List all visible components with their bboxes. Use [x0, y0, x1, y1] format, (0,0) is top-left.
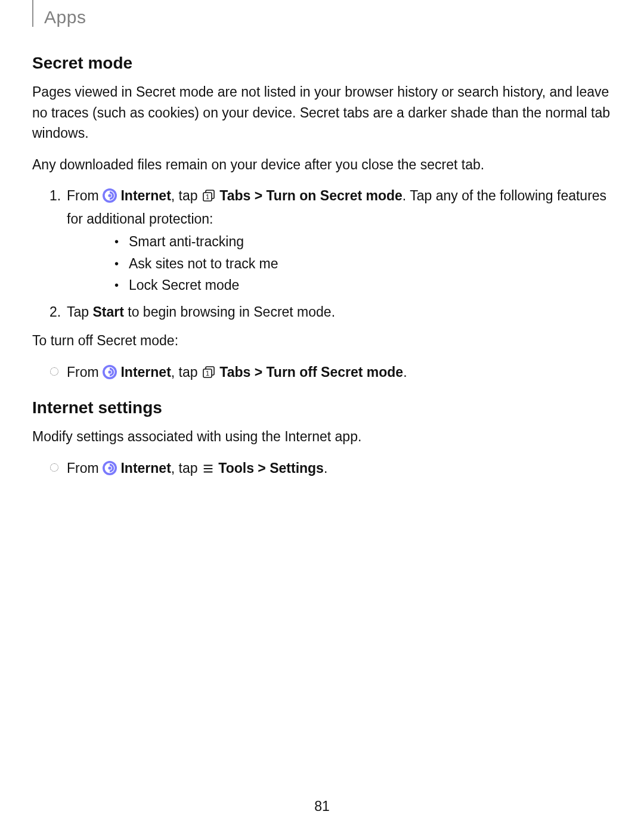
tabs-icon [202, 364, 216, 385]
internet-icon [103, 364, 117, 385]
internet-icon [103, 188, 117, 209]
off-step-internet-label: Internet [120, 364, 171, 380]
tabs-icon [202, 188, 216, 209]
step-2-text-tap: Tap [67, 304, 92, 320]
step-1-tabs-path: Tabs > Turn on Secret mode [219, 188, 402, 203]
breadcrumb: Apps [44, 4, 86, 30]
settings-step-comma-tap: , tap [171, 460, 202, 476]
secret-mode-features: Smart anti-tracking Ask sites not to tra… [67, 231, 612, 296]
text: Tools > Settings [218, 460, 324, 476]
step-1-comma-tap: , tap [171, 188, 202, 203]
feature-item: Smart anti-tracking [67, 231, 612, 252]
settings-step: From Internet, tap Tools > Settings. [32, 458, 612, 481]
off-step-tabs-path: Tabs > Turn off Secret mode [219, 364, 403, 380]
heading-internet-settings: Internet settings [32, 395, 612, 420]
secret-mode-paragraph-1: Pages viewed in Secret mode are not list… [32, 82, 612, 144]
off-step: From Internet, tap Tabs > Turn off Secre… [32, 362, 612, 385]
secret-mode-steps: 1. From Internet, tap Tabs > Turn on Sec… [32, 185, 612, 322]
text: Internet [120, 460, 171, 476]
off-step-period: . [403, 364, 407, 380]
internet-icon [103, 460, 117, 481]
text: Internet [120, 188, 171, 203]
step-number: 2. [49, 302, 61, 323]
settings-step-internet-label: Internet [120, 460, 171, 476]
secret-mode-off-steps: From Internet, tap Tabs > Turn off Secre… [32, 362, 612, 385]
step-2-tail: to begin browsing in Secret mode. [124, 304, 335, 320]
header-vertical-rule [32, 0, 33, 27]
secret-mode-turn-off-intro: To turn off Secret mode: [32, 330, 612, 351]
step-1: 1. From Internet, tap Tabs > Turn on Sec… [32, 185, 612, 296]
secret-mode-paragraph-2: Any downloaded files remain on your devi… [32, 154, 612, 175]
step-1-internet-label: Internet [120, 188, 171, 203]
menu-icon [202, 460, 215, 481]
feature-item: Ask sites not to track me [67, 253, 612, 274]
page-number: 81 [0, 796, 644, 817]
settings-step-from: From [67, 460, 103, 476]
internet-settings-paragraph: Modify settings associated with using th… [32, 426, 612, 447]
step-number: 1. [49, 185, 61, 206]
off-step-comma-tap: , tap [171, 364, 202, 380]
step-1-text-from: From [67, 188, 103, 203]
off-step-from: From [67, 364, 103, 380]
step-2: 2. Tap Start to begin browsing in Secret… [32, 302, 612, 323]
settings-step-period: . [324, 460, 327, 476]
text: Tabs > Turn on Secret mode [219, 188, 402, 203]
text: Tabs > Turn off Secret mode [219, 364, 403, 380]
manual-page: Apps Secret mode Pages viewed in Secret … [0, 0, 644, 833]
text: Internet [120, 364, 171, 380]
internet-settings-steps: From Internet, tap Tools > Settings. [32, 458, 612, 481]
heading-secret-mode: Secret mode [32, 51, 612, 76]
page-header: Apps [32, 0, 612, 27]
settings-step-tools-path: Tools > Settings [218, 460, 324, 476]
feature-item: Lock Secret mode [67, 275, 612, 296]
step-2-start-label: Start [92, 304, 123, 320]
